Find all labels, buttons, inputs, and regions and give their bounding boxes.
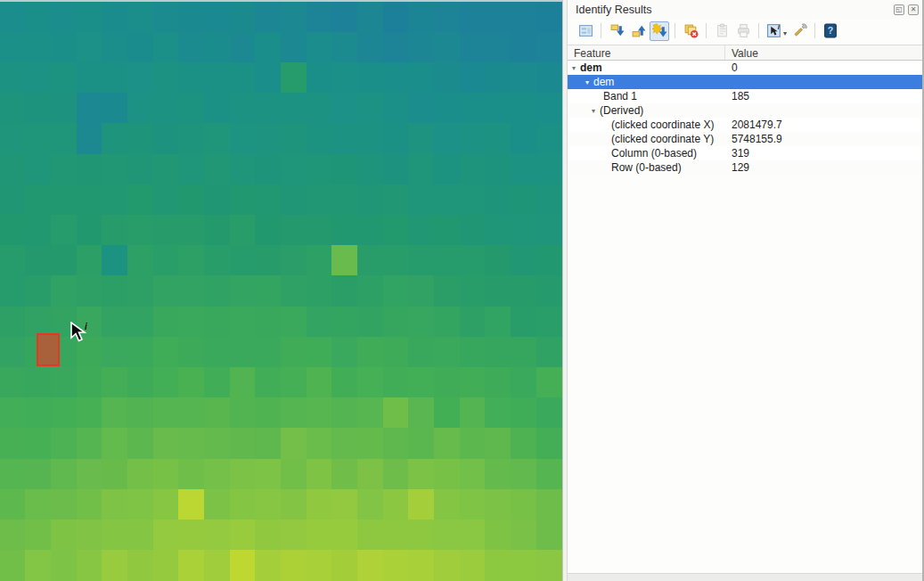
copy-feature-icon — [712, 21, 732, 41]
qgis-window: i Identify Results ◱ ✕ i▾? Feature Value… — [0, 0, 924, 581]
feature-value: 129 — [725, 161, 922, 174]
identify-cursor-icon: i — [70, 322, 93, 347]
result-row[interactable]: ▾(Derived) — [568, 103, 922, 118]
form-view-icon[interactable] — [576, 21, 595, 41]
identify-mode-icon-dropdown-caret[interactable]: ▾ — [783, 29, 787, 37]
feature-label: (clicked coordinate Y) — [611, 133, 714, 145]
feature-label: (clicked coordinate X) — [611, 119, 714, 131]
identify-results-panel: Identify Results ◱ ✕ i▾? Feature Value ▾… — [568, 0, 924, 581]
horizontal-scrollbar[interactable] — [568, 573, 922, 581]
toolbar-separator — [758, 23, 759, 38]
toolbar-separator — [706, 23, 707, 38]
close-panel-icon[interactable]: ✕ — [908, 4, 919, 15]
tree-expander-icon[interactable]: ▾ — [583, 78, 592, 86]
float-panel-icon[interactable]: ◱ — [894, 4, 904, 15]
results-table: Feature Value ▾dem0▾demBand 1185▾(Derive… — [568, 45, 922, 175]
feature-value: 0 — [725, 61, 922, 74]
feature-value: 5748155.9 — [725, 133, 922, 145]
clear-results-icon[interactable] — [681, 21, 700, 41]
result-row[interactable]: (clicked coordinate X)2081479.7 — [568, 118, 922, 132]
results-table-header: Feature Value — [568, 45, 922, 61]
svg-text:i: i — [85, 322, 87, 331]
svg-text:?: ? — [828, 25, 833, 36]
identify-settings-icon[interactable] — [789, 21, 809, 41]
feature-label: Row (0-based) — [611, 161, 682, 174]
result-row[interactable]: Row (0-based)129 — [568, 160, 922, 175]
tree-expander-icon[interactable]: ▾ — [589, 107, 598, 115]
toolbar-separator — [814, 23, 815, 38]
map-canvas[interactable]: i — [0, 0, 562, 581]
toolbar-separator — [601, 23, 601, 38]
result-row[interactable]: ▾dem — [568, 75, 922, 89]
feature-value: 319 — [725, 147, 922, 160]
panel-title: Identify Results — [576, 4, 890, 16]
feature-label: (Derived) — [600, 104, 643, 117]
column-header-value[interactable]: Value — [725, 45, 922, 60]
identified-pixel-highlight — [37, 333, 60, 366]
feature-value: 2081479.7 — [725, 119, 922, 131]
collapse-tree-icon[interactable] — [628, 21, 648, 41]
identify-toolbar: i▾? — [568, 19, 922, 43]
toolbar-separator — [675, 23, 675, 38]
column-header-feature[interactable]: Feature — [568, 45, 725, 60]
map-top-edge — [0, 0, 562, 2]
feature-label: Band 1 — [603, 90, 637, 102]
expand-new-results-icon[interactable] — [650, 21, 669, 41]
result-row[interactable]: Column (0-based)319 — [568, 146, 922, 160]
feature-label: dem — [593, 76, 614, 88]
tree-expander-icon[interactable]: ▾ — [569, 64, 578, 72]
result-row[interactable]: Band 1185 — [568, 89, 922, 103]
feature-value: 185 — [725, 90, 922, 102]
identify-mode-icon[interactable]: i — [765, 21, 784, 41]
print-response-icon — [733, 21, 753, 41]
panel-titlebar: Identify Results ◱ ✕ — [568, 0, 922, 19]
feature-label: Column (0-based) — [611, 147, 697, 160]
feature-label: dem — [580, 61, 602, 74]
results-empty-area — [568, 175, 922, 573]
result-row[interactable]: ▾dem0 — [568, 61, 922, 75]
help-icon[interactable]: ? — [821, 21, 840, 41]
expand-tree-icon[interactable] — [607, 21, 626, 41]
result-row[interactable]: (clicked coordinate Y)5748155.9 — [568, 132, 922, 146]
dem-raster-layer — [0, 2, 562, 581]
